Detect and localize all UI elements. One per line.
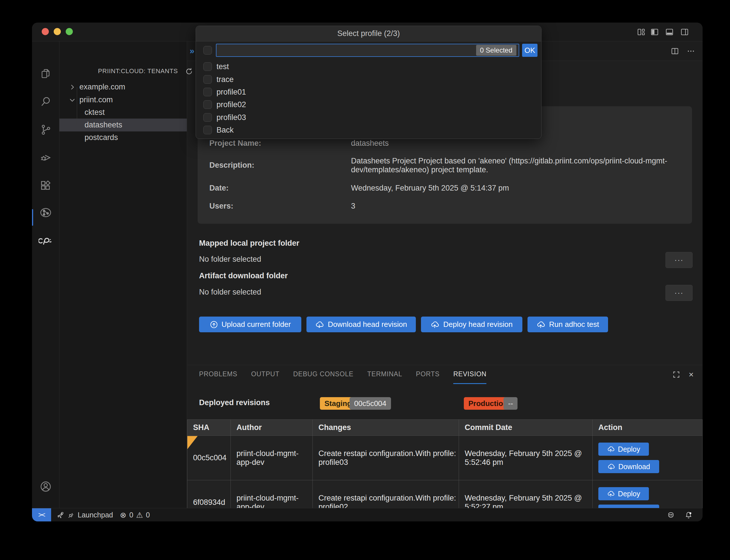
tab-ports[interactable]: PORTS xyxy=(416,365,439,384)
deploy-head-revision-button[interactable]: Deploy head revision xyxy=(421,317,522,332)
plug-icon xyxy=(67,511,75,519)
tab-output[interactable]: OUTPUT xyxy=(251,365,279,384)
customize-layout-icon[interactable] xyxy=(636,27,647,37)
bell-icon xyxy=(684,511,693,519)
tab-debug-console[interactable]: DEBUG CONSOLE xyxy=(293,365,354,384)
item-label: trace xyxy=(217,75,234,84)
refresh-icon[interactable] xyxy=(184,67,194,76)
deployed-revisions-heading: Deployed revisions xyxy=(199,398,270,407)
cell-sha: 6f08934d xyxy=(187,480,231,508)
tree-item-priint-com[interactable]: priint.com xyxy=(59,93,187,106)
mapped-folder-heading: Mapped local project folder xyxy=(199,239,299,248)
split-editor-icon[interactable] xyxy=(669,46,680,57)
cell-commit-date: Wednesday, February 5th 2025 @ 5:52:27 p… xyxy=(459,480,593,508)
maximize-traffic-light[interactable] xyxy=(66,28,73,35)
problems-status-item[interactable]: ⊗ 0 ⚠ 0 xyxy=(120,508,150,521)
quick-pick-input[interactable]: 0 Selected xyxy=(216,44,519,57)
download-head-revision-button[interactable]: Download head revision xyxy=(307,317,416,332)
upload-current-folder-button[interactable]: Upload current folder xyxy=(199,317,301,332)
cloud-upload-icon xyxy=(537,320,546,329)
rocket-icon xyxy=(57,511,65,519)
tab-problems[interactable]: PROBLEMS xyxy=(199,365,237,384)
cell-author: priint-cloud-mgmt-app-dev xyxy=(231,436,313,480)
explorer-icon[interactable] xyxy=(32,64,59,84)
deploy-button[interactable]: Deploy xyxy=(598,443,649,456)
cloud-upload-icon xyxy=(607,490,615,498)
quick-pick-item-profile03[interactable]: profile03 xyxy=(196,111,541,124)
toggle-panel-icon[interactable] xyxy=(664,27,675,37)
run-adhoc-test-button[interactable]: Run adhoc test xyxy=(527,317,608,332)
cell-commit-date: Wednesday, February 5th 2025 @ 5:52:46 p… xyxy=(459,436,593,480)
panel-maximize-icon[interactable] xyxy=(671,369,681,380)
ok-button[interactable]: OK xyxy=(522,44,537,57)
production-sha-badge: -- xyxy=(503,397,517,410)
tree-item-label: cktest xyxy=(85,108,105,117)
tab-terminal[interactable]: TERMINAL xyxy=(367,365,402,384)
source-control-icon[interactable] xyxy=(32,120,59,140)
quick-pick-item-test[interactable]: test xyxy=(196,60,541,73)
selected-count-badge: 0 Selected xyxy=(476,45,516,56)
quick-pick-item-trace[interactable]: trace xyxy=(196,73,541,86)
item-checkbox[interactable] xyxy=(203,100,212,109)
item-checkbox[interactable] xyxy=(203,75,212,84)
staging-sha-badge: 00c5c004 xyxy=(350,397,391,410)
tree-item-datasheets[interactable]: datasheets xyxy=(59,119,187,131)
accounts-icon[interactable] xyxy=(32,477,59,497)
button-label: Run adhoc test xyxy=(549,320,599,329)
mapped-folder-value: No folder selected xyxy=(199,255,261,264)
breadcrumb-chevron-icon: » xyxy=(190,46,195,56)
button-label: Deploy xyxy=(618,489,640,498)
error-icon: ⊗ xyxy=(120,511,127,520)
download-button[interactable]: Download xyxy=(598,505,659,508)
tree-item-label: example.com xyxy=(79,83,125,91)
notifications-status-item[interactable] xyxy=(684,508,693,521)
item-label: profile02 xyxy=(217,100,246,109)
cell-author: priint-cloud-mgmt-app-dev xyxy=(231,480,313,508)
tree-item-cktest[interactable]: cktest xyxy=(59,106,187,119)
item-checkbox[interactable] xyxy=(203,88,212,96)
extensions-icon[interactable] xyxy=(32,175,59,195)
table-row: 00c5c004 priint-cloud-mgmt-app-dev Creat… xyxy=(187,436,703,480)
warning-count: 0 xyxy=(146,511,150,519)
tab-revision[interactable]: REVISION xyxy=(453,365,486,384)
cell-changes: Create restapi configuration.With profil… xyxy=(313,436,459,480)
activity-bar xyxy=(32,41,59,508)
remote-targets-icon[interactable] xyxy=(32,203,59,223)
chevron-down-icon xyxy=(69,96,76,104)
artifact-folder-more-button[interactable]: ··· xyxy=(665,285,693,301)
launchpad-status-item[interactable]: Launchpad xyxy=(57,508,113,521)
copilot-status-item[interactable] xyxy=(667,508,675,521)
tree-item-example-com[interactable]: example.com xyxy=(59,81,187,93)
active-view-indicator xyxy=(32,209,33,226)
quick-pick-item-profile02[interactable]: profile02 xyxy=(196,98,541,111)
cloud-download-icon xyxy=(607,463,615,471)
button-label: Download head revision xyxy=(328,320,407,329)
tree-item-label: datasheets xyxy=(85,121,122,129)
panel-close-icon[interactable]: × xyxy=(686,369,696,380)
button-label: Deploy head revision xyxy=(443,320,513,329)
priint-cloud-icon[interactable] xyxy=(32,230,59,250)
tree-item-postcards[interactable]: postcards xyxy=(59,131,187,144)
editor-more-actions-icon[interactable] xyxy=(685,46,696,57)
mapped-folder-more-button[interactable]: ··· xyxy=(665,252,693,268)
quick-pick-item-profile01[interactable]: profile01 xyxy=(196,86,541,99)
cloud-download-icon xyxy=(315,320,325,329)
deploy-button[interactable]: Deploy xyxy=(598,487,649,500)
toggle-all-checkbox[interactable] xyxy=(203,46,212,55)
toggle-primary-sidebar-icon[interactable] xyxy=(649,27,660,37)
item-checkbox[interactable] xyxy=(203,62,212,71)
quick-pick-title: Select profile (2/3) xyxy=(196,26,541,41)
search-icon[interactable] xyxy=(32,92,59,112)
toggle-secondary-sidebar-icon[interactable] xyxy=(679,27,690,37)
remote-indicator[interactable]: >< xyxy=(32,508,51,521)
download-button[interactable]: Download xyxy=(598,460,659,473)
panel-tab-bar: PROBLEMS OUTPUT DEBUG CONSOLE TERMINAL P… xyxy=(187,365,703,384)
warning-icon: ⚠ xyxy=(136,511,143,520)
run-debug-icon[interactable] xyxy=(32,147,59,167)
minimize-traffic-light[interactable] xyxy=(54,28,61,35)
quick-pick-item-back[interactable]: Back xyxy=(196,124,541,137)
item-checkbox[interactable] xyxy=(203,113,212,122)
table-row: 6f08934d priint-cloud-mgmt-app-dev Creat… xyxy=(187,480,703,508)
item-checkbox[interactable] xyxy=(203,126,212,134)
close-traffic-light[interactable] xyxy=(42,28,49,35)
